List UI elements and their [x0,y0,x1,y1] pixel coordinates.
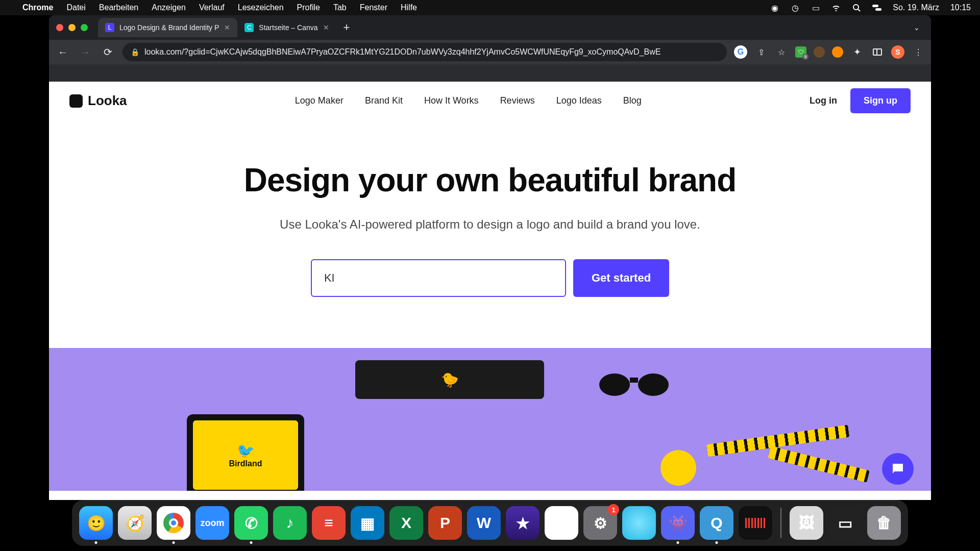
lock-icon[interactable]: 🔒 [131,48,139,56]
favicon-looka-icon: L [105,23,114,32]
dock-excel[interactable]: X [389,506,423,540]
dock-chrome[interactable] [157,506,190,540]
auth-controls: Log in Sign up [810,88,911,113]
adblock-shield-icon[interactable]: 🛡9 [795,46,806,58]
nav-how-it-works[interactable]: How It Works [424,95,479,106]
tab-close-icon[interactable]: ✕ [224,23,230,32]
dock-trash[interactable]: 🗑 [867,506,901,540]
tab-looka[interactable]: L Logo Design & Brand Identity P ✕ [98,18,237,37]
bookmark-bar-area [49,64,931,82]
hero-illustration: 🐦 Birdland 🐤 [49,348,931,491]
tab-close-icon[interactable]: ✕ [323,23,329,32]
extension-icon[interactable] [814,46,825,58]
hero-section: Design your own beautiful brand Use Look… [49,120,931,297]
chat-fab-button[interactable] [882,453,914,485]
dock-voicememos[interactable] [739,506,772,540]
menu-anzeigen[interactable]: Anzeigen [152,3,186,12]
profile-avatar[interactable]: S [891,45,904,59]
company-name-input[interactable] [311,259,566,297]
nav-brand-kit[interactable]: Brand Kit [365,95,403,106]
tab-title: Logo Design & Brand Identity P [119,23,219,32]
extensions-puzzle-icon[interactable]: ✦ [850,45,864,59]
dock-quicktime[interactable]: Q [700,506,733,540]
dock-whatsapp[interactable]: ✆ [234,506,268,540]
wifi-icon[interactable] [831,3,841,12]
menu-profile[interactable]: Profile [297,3,320,12]
svg-line-1 [858,9,860,11]
svg-rect-3 [875,8,881,11]
macos-menubar: Chrome Datei Bearbeiten Anzeigen Verlauf… [0,0,980,15]
hero-headline: Design your own beautiful brand [49,161,931,199]
nav-logo-ideas[interactable]: Logo Ideas [556,95,602,106]
gtranslate-icon[interactable]: G [734,45,747,59]
new-tab-button[interactable]: + [336,21,357,34]
menu-datei[interactable]: Datei [66,3,85,12]
controlcenter-icon[interactable] [872,3,881,12]
screenrecord-icon[interactable]: ◉ [770,3,779,12]
nav-reviews[interactable]: Reviews [500,95,535,106]
hero-subtext: Use Looka's AI-powered platform to desig… [49,217,931,232]
share-icon[interactable]: ⇪ [754,45,768,59]
looka-mark-icon [69,94,83,108]
clock-icon[interactable]: ◷ [791,3,800,12]
site-header: Looka Logo Maker Brand Kit How It Works … [49,82,931,120]
get-started-button[interactable]: Get started [573,259,669,297]
settings-badge: 1 [608,504,619,515]
login-link[interactable]: Log in [810,95,837,106]
nav-logo-maker[interactable]: Logo Maker [295,95,344,106]
dock-spotify[interactable]: ♪ [273,506,307,540]
menubar-app-name[interactable]: Chrome [22,3,53,12]
dock-googledrive[interactable]: ▲ [545,506,578,540]
dock-trello[interactable]: ▦ [351,506,384,540]
minimize-window-button[interactable] [68,24,76,31]
dock-finder[interactable]: 🙂 [79,506,113,540]
price-tag-graphic [660,450,696,486]
menu-verlauf[interactable]: Verlauf [199,3,225,12]
dock-imovie[interactable]: ★ [506,506,540,540]
dock-minimized-window[interactable]: ▭ [828,506,862,540]
window-controls [56,24,88,31]
signup-button[interactable]: Sign up [850,88,911,113]
dock-settings[interactable]: ⚙1 [583,506,617,540]
bird-icon: 🐦 [237,442,255,459]
dock-preview[interactable]: 🖼 [790,506,823,540]
favicon-canva-icon: C [244,23,254,32]
page-content: Looka Logo Maker Brand Kit How It Works … [49,82,931,500]
dock-discord[interactable]: 👾 [661,506,695,540]
menu-bearbeiten[interactable]: Bearbeiten [99,3,138,12]
shield-badge: 9 [802,54,808,60]
dock-zoom[interactable]: zoom [195,506,229,540]
reload-button[interactable]: ⟳ [100,44,115,60]
battery-icon[interactable]: ▭ [811,3,820,12]
nav-blog[interactable]: Blog [623,95,642,106]
bookmark-star-icon[interactable]: ☆ [775,45,788,59]
menu-hilfe[interactable]: Hilfe [401,3,417,12]
dock-word[interactable]: W [467,506,501,540]
address-bar[interactable]: 🔒 looka.com/?gclid=CjwKCAjw5dqgBhBNEiwA7… [122,43,727,61]
fullscreen-window-button[interactable] [81,24,88,31]
tabstrip: L Logo Design & Brand Identity P ✕ C Sta… [49,15,931,40]
chat-icon [890,461,905,477]
close-window-button[interactable] [56,24,63,31]
extension-icon[interactable] [832,46,843,58]
menu-lesezeichen[interactable]: Lesezeichen [238,3,284,12]
menubar-time[interactable]: 10:15 [950,3,971,12]
dock-todoist[interactable]: ≡ [312,506,346,540]
mock-laptop: 🐦 Birdland [187,414,304,491]
site-logo[interactable]: Looka [69,93,127,109]
chrome-menu-icon[interactable]: ⋮ [912,45,925,59]
sidepanel-icon[interactable] [871,45,884,59]
primary-nav: Logo Maker Brand Kit How It Works Review… [127,95,810,106]
menu-fenster[interactable]: Fenster [360,3,387,12]
tabs-dropdown-icon[interactable]: ⌄ [910,23,924,32]
dock-powerpoint[interactable]: P [428,506,462,540]
svg-rect-2 [872,5,878,7]
search-icon[interactable] [852,3,861,12]
back-button[interactable]: ← [55,44,70,60]
dock-safari[interactable]: 🧭 [118,506,152,540]
forward-button[interactable]: → [78,44,93,60]
menu-tab[interactable]: Tab [333,3,347,12]
dock-app-unknown[interactable] [622,506,656,540]
tab-canva[interactable]: C Startseite – Canva ✕ [237,18,336,37]
menubar-date[interactable]: So. 19. März [893,3,939,12]
